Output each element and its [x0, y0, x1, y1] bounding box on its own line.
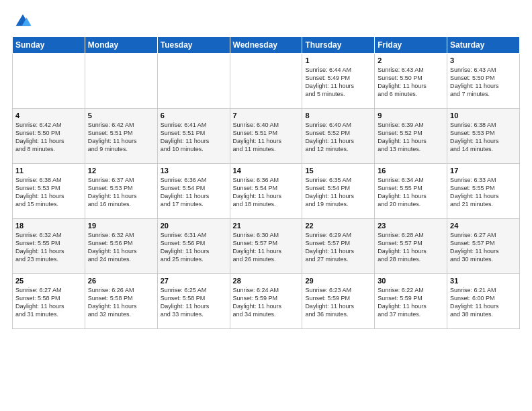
calendar-cell: 5Sunrise: 6:42 AM Sunset: 5:51 PM Daylig… — [85, 109, 157, 164]
header — [12, 11, 520, 30]
day-number: 17 — [450, 167, 517, 175]
day-number: 4 — [15, 111, 82, 120]
logo-icon — [13, 11, 32, 30]
day-header-monday: Monday — [85, 37, 157, 54]
day-number: 10 — [450, 111, 517, 120]
week-row-1: 1Sunrise: 6:44 AM Sunset: 5:49 PM Daylig… — [13, 54, 520, 109]
cell-info: Sunrise: 6:43 AM Sunset: 5:50 PM Dayligh… — [450, 66, 517, 99]
calendar-cell: 9Sunrise: 6:39 AM Sunset: 5:52 PM Daylig… — [375, 109, 447, 164]
cell-info: Sunrise: 6:42 AM Sunset: 5:50 PM Dayligh… — [15, 121, 82, 154]
cell-info: Sunrise: 6:22 AM Sunset: 5:59 PM Dayligh… — [378, 286, 444, 319]
day-number: 5 — [88, 111, 154, 120]
week-row-3: 11Sunrise: 6:38 AM Sunset: 5:53 PM Dayli… — [13, 164, 520, 219]
day-number: 9 — [378, 111, 444, 120]
calendar-cell: 13Sunrise: 6:36 AM Sunset: 5:54 PM Dayli… — [157, 164, 230, 219]
cell-info: Sunrise: 6:33 AM Sunset: 5:55 PM Dayligh… — [450, 176, 517, 209]
calendar-table: SundayMondayTuesdayWednesdayThursdayFrid… — [12, 36, 520, 329]
cell-info: Sunrise: 6:32 AM Sunset: 5:55 PM Dayligh… — [15, 231, 82, 264]
calendar-cell: 29Sunrise: 6:23 AM Sunset: 5:59 PM Dayli… — [302, 274, 375, 329]
calendar-cell: 10Sunrise: 6:38 AM Sunset: 5:53 PM Dayli… — [447, 109, 520, 164]
calendar-cell: 17Sunrise: 6:33 AM Sunset: 5:55 PM Dayli… — [447, 164, 520, 219]
day-number: 26 — [88, 277, 154, 285]
cell-info: Sunrise: 6:23 AM Sunset: 5:59 PM Dayligh… — [305, 286, 371, 319]
calendar-cell — [230, 54, 302, 109]
day-number: 25 — [15, 277, 82, 285]
day-number: 29 — [305, 277, 371, 285]
calendar-cell: 7Sunrise: 6:40 AM Sunset: 5:51 PM Daylig… — [230, 109, 302, 164]
cell-info: Sunrise: 6:40 AM Sunset: 5:51 PM Dayligh… — [233, 121, 300, 154]
calendar-cell: 25Sunrise: 6:27 AM Sunset: 5:58 PM Dayli… — [13, 274, 85, 329]
cell-info: Sunrise: 6:42 AM Sunset: 5:51 PM Dayligh… — [88, 121, 154, 154]
calendar-cell: 21Sunrise: 6:30 AM Sunset: 5:57 PM Dayli… — [230, 219, 302, 274]
header-row: SundayMondayTuesdayWednesdayThursdayFrid… — [13, 37, 520, 54]
cell-info: Sunrise: 6:36 AM Sunset: 5:54 PM Dayligh… — [161, 176, 227, 209]
calendar-cell: 24Sunrise: 6:27 AM Sunset: 5:57 PM Dayli… — [447, 219, 520, 274]
day-number: 19 — [88, 222, 154, 230]
cell-info: Sunrise: 6:27 AM Sunset: 5:58 PM Dayligh… — [15, 286, 82, 319]
cell-info: Sunrise: 6:25 AM Sunset: 5:58 PM Dayligh… — [161, 286, 227, 319]
day-number: 12 — [88, 167, 154, 175]
day-number: 1 — [305, 56, 371, 64]
calendar-cell: 2Sunrise: 6:43 AM Sunset: 5:50 PM Daylig… — [375, 54, 447, 109]
day-number: 8 — [305, 111, 371, 120]
cell-info: Sunrise: 6:31 AM Sunset: 5:56 PM Dayligh… — [161, 231, 227, 264]
cell-info: Sunrise: 6:29 AM Sunset: 5:57 PM Dayligh… — [305, 231, 371, 264]
cell-info: Sunrise: 6:36 AM Sunset: 5:54 PM Dayligh… — [233, 176, 300, 209]
calendar-cell — [157, 54, 230, 109]
day-header-tuesday: Tuesday — [157, 37, 230, 54]
calendar-cell: 19Sunrise: 6:32 AM Sunset: 5:56 PM Dayli… — [85, 219, 157, 274]
cell-info: Sunrise: 6:24 AM Sunset: 5:59 PM Dayligh… — [233, 286, 300, 319]
cell-info: Sunrise: 6:39 AM Sunset: 5:52 PM Dayligh… — [378, 121, 444, 154]
day-number: 23 — [378, 222, 444, 230]
cell-info: Sunrise: 6:27 AM Sunset: 5:57 PM Dayligh… — [450, 231, 517, 264]
day-header-saturday: Saturday — [447, 37, 520, 54]
calendar-cell: 1Sunrise: 6:44 AM Sunset: 5:49 PM Daylig… — [302, 54, 375, 109]
day-number: 15 — [305, 167, 371, 175]
day-number: 21 — [233, 222, 300, 230]
cell-info: Sunrise: 6:30 AM Sunset: 5:57 PM Dayligh… — [233, 231, 300, 264]
calendar-cell — [13, 54, 85, 109]
day-number: 22 — [305, 222, 371, 230]
day-number: 28 — [233, 277, 300, 285]
calendar-cell: 15Sunrise: 6:35 AM Sunset: 5:54 PM Dayli… — [302, 164, 375, 219]
calendar-cell — [85, 54, 157, 109]
day-header-sunday: Sunday — [13, 37, 85, 54]
day-number: 7 — [233, 111, 300, 120]
calendar-cell: 27Sunrise: 6:25 AM Sunset: 5:58 PM Dayli… — [157, 274, 230, 329]
day-number: 3 — [450, 56, 517, 64]
day-number: 27 — [161, 277, 227, 285]
cell-info: Sunrise: 6:37 AM Sunset: 5:53 PM Dayligh… — [88, 176, 154, 209]
cell-info: Sunrise: 6:41 AM Sunset: 5:51 PM Dayligh… — [161, 121, 227, 154]
calendar-cell: 31Sunrise: 6:21 AM Sunset: 6:00 PM Dayli… — [447, 274, 520, 329]
calendar-cell: 22Sunrise: 6:29 AM Sunset: 5:57 PM Dayli… — [302, 219, 375, 274]
day-number: 11 — [15, 167, 82, 175]
day-header-wednesday: Wednesday — [230, 37, 302, 54]
week-row-2: 4Sunrise: 6:42 AM Sunset: 5:50 PM Daylig… — [13, 109, 520, 164]
calendar-cell: 14Sunrise: 6:36 AM Sunset: 5:54 PM Dayli… — [230, 164, 302, 219]
day-number: 16 — [378, 167, 444, 175]
cell-info: Sunrise: 6:34 AM Sunset: 5:55 PM Dayligh… — [378, 176, 444, 209]
cell-info: Sunrise: 6:21 AM Sunset: 6:00 PM Dayligh… — [450, 286, 517, 319]
cell-info: Sunrise: 6:40 AM Sunset: 5:52 PM Dayligh… — [305, 121, 371, 154]
calendar-cell: 30Sunrise: 6:22 AM Sunset: 5:59 PM Dayli… — [375, 274, 447, 329]
calendar-cell: 16Sunrise: 6:34 AM Sunset: 5:55 PM Dayli… — [375, 164, 447, 219]
day-number: 13 — [161, 167, 227, 175]
day-header-thursday: Thursday — [302, 37, 375, 54]
day-number: 31 — [450, 277, 517, 285]
day-header-friday: Friday — [375, 37, 447, 54]
day-number: 14 — [233, 167, 300, 175]
cell-info: Sunrise: 6:26 AM Sunset: 5:58 PM Dayligh… — [88, 286, 154, 319]
day-number: 24 — [450, 222, 517, 230]
calendar-cell: 4Sunrise: 6:42 AM Sunset: 5:50 PM Daylig… — [13, 109, 85, 164]
calendar-cell: 20Sunrise: 6:31 AM Sunset: 5:56 PM Dayli… — [157, 219, 230, 274]
day-number: 18 — [15, 222, 82, 230]
calendar-cell: 8Sunrise: 6:40 AM Sunset: 5:52 PM Daylig… — [302, 109, 375, 164]
calendar-cell: 18Sunrise: 6:32 AM Sunset: 5:55 PM Dayli… — [13, 219, 85, 274]
cell-info: Sunrise: 6:38 AM Sunset: 5:53 PM Dayligh… — [15, 176, 82, 209]
cell-info: Sunrise: 6:44 AM Sunset: 5:49 PM Dayligh… — [305, 66, 371, 99]
calendar-cell: 11Sunrise: 6:38 AM Sunset: 5:53 PM Dayli… — [13, 164, 85, 219]
cell-info: Sunrise: 6:28 AM Sunset: 5:57 PM Dayligh… — [378, 231, 444, 264]
week-row-4: 18Sunrise: 6:32 AM Sunset: 5:55 PM Dayli… — [13, 219, 520, 274]
cell-info: Sunrise: 6:35 AM Sunset: 5:54 PM Dayligh… — [305, 176, 371, 209]
day-number: 30 — [378, 277, 444, 285]
